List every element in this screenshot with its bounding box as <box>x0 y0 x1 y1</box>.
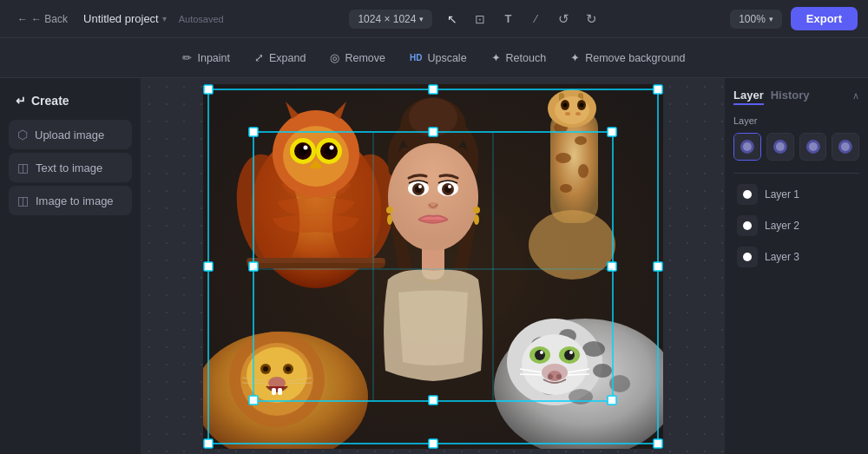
svg-rect-100 <box>204 439 213 448</box>
remove-label: Remove <box>345 52 385 64</box>
redo-button[interactable]: ↻ <box>578 6 604 32</box>
layer-item-2[interactable]: Layer 2 <box>733 210 859 241</box>
layer-1-label: Layer 1 <box>765 188 799 201</box>
inpaint-btn[interactable]: ✏ Inpaint <box>172 46 240 69</box>
remove-bg-label: Remove background <box>585 52 685 64</box>
svg-point-80 <box>569 389 593 405</box>
tab-layer[interactable]: Layer <box>733 87 764 105</box>
export-button[interactable]: Export <box>791 7 858 30</box>
svg-point-31 <box>329 145 333 149</box>
remove-bg-icon: ✦ <box>570 51 580 64</box>
svg-rect-113 <box>249 262 258 271</box>
svg-rect-108 <box>608 128 616 136</box>
inpaint-icon: ✏ <box>182 51 192 64</box>
svg-point-67 <box>386 207 393 214</box>
svg-point-47 <box>562 102 567 107</box>
expand-icon: ⤢ <box>254 51 264 64</box>
divider <box>733 173 859 174</box>
top-bar-right: 100% ▾ Export <box>730 7 858 30</box>
chevron-up-icon[interactable]: ∧ <box>852 90 859 102</box>
svg-rect-103 <box>429 439 437 448</box>
text-to-image-item[interactable]: ◫ Text to image <box>9 153 132 182</box>
svg-rect-12 <box>278 388 282 395</box>
back-label: ← Back <box>31 13 68 25</box>
svg-rect-114 <box>608 262 616 271</box>
svg-point-40 <box>560 184 572 193</box>
upscale-btn[interactable]: HD Upscale <box>399 47 477 69</box>
svg-point-37 <box>575 136 587 145</box>
svg-rect-109 <box>249 396 258 405</box>
retouch-btn[interactable]: ✦ Retouch <box>481 46 557 69</box>
canvas-area[interactable] <box>141 78 725 454</box>
left-panel: ↵ Create ⬡ Upload image ◫ Text to image … <box>0 78 141 454</box>
svg-point-65 <box>448 185 451 188</box>
upscale-label: Upscale <box>427 52 466 64</box>
thumb-3[interactable] <box>799 133 827 161</box>
remove-bg-btn[interactable]: ✦ Remove background <box>560 46 695 69</box>
svg-point-9 <box>263 366 268 372</box>
svg-point-30 <box>303 145 307 149</box>
svg-point-10 <box>286 366 291 372</box>
remove-icon: ◎ <box>330 51 339 64</box>
svg-line-96 <box>568 374 589 375</box>
svg-point-92 <box>569 351 573 354</box>
svg-point-123 <box>776 142 785 151</box>
tool-icons-group: ↖ ⊡ T ∕ ↺ ↻ <box>439 6 604 32</box>
thumb-1[interactable] <box>733 133 761 161</box>
retouch-label: Retouch <box>506 52 547 64</box>
svg-point-38 <box>556 153 571 163</box>
svg-rect-99 <box>654 85 662 94</box>
layer-item-1[interactable]: Layer 1 <box>733 179 859 210</box>
frame-tool[interactable]: ⊡ <box>467 6 493 32</box>
image-to-image-item[interactable]: ◫ Image to image <box>9 186 132 215</box>
layer-2-label: Layer 2 <box>765 220 799 232</box>
create-icon: ↵ <box>16 94 26 108</box>
project-title[interactable]: Untitled project ▾ <box>83 12 167 25</box>
svg-point-5 <box>247 347 307 403</box>
cursor-tool[interactable]: ↖ <box>439 6 465 32</box>
tab-history[interactable]: History <box>771 87 810 105</box>
svg-point-70 <box>474 214 479 225</box>
svg-rect-107 <box>249 128 258 136</box>
svg-rect-102 <box>429 85 437 94</box>
dimension-selector[interactable]: 1024 × 1024 ▾ <box>349 10 432 29</box>
autosaved-label: Autosaved <box>179 14 224 24</box>
text-tool[interactable]: T <box>495 6 521 32</box>
svg-rect-101 <box>654 439 662 448</box>
image-to-image-label: Image to image <box>36 194 114 207</box>
project-title-text: Untitled project <box>83 12 159 25</box>
upload-image-item[interactable]: ⬡ Upload image <box>9 120 132 149</box>
svg-point-91 <box>540 351 543 354</box>
layer-1-thumb <box>737 184 758 205</box>
svg-point-69 <box>473 207 480 214</box>
svg-point-48 <box>579 102 583 107</box>
layer-3-label: Layer 3 <box>765 251 799 263</box>
layer-2-thumb <box>737 215 758 236</box>
svg-line-94 <box>520 374 542 375</box>
pen-tool[interactable]: ∕ <box>523 6 549 32</box>
thumb-2[interactable] <box>766 133 794 161</box>
expand-btn[interactable]: ⤢ Expand <box>244 46 316 69</box>
layer-item-3[interactable]: Layer 3 <box>733 241 859 273</box>
upload-image-label: Upload image <box>35 128 104 141</box>
top-bar-center: 1024 × 1024 ▾ ↖ ⊡ T ∕ ↺ ↻ <box>233 6 721 32</box>
svg-point-57 <box>388 143 478 251</box>
svg-point-78 <box>593 364 612 378</box>
svg-rect-98 <box>204 85 213 94</box>
svg-point-85 <box>548 374 553 379</box>
thumb-4[interactable] <box>832 133 859 161</box>
remove-btn[interactable]: ◎ Remove <box>319 46 396 69</box>
zoom-selector[interactable]: 100% ▾ <box>730 10 782 29</box>
svg-point-44 <box>555 96 589 124</box>
svg-rect-104 <box>204 262 213 271</box>
svg-point-64 <box>418 185 422 188</box>
canvas-scene <box>203 84 663 449</box>
back-button[interactable]: ← ← Back <box>10 10 75 29</box>
undo-button[interactable]: ↺ <box>550 6 576 32</box>
canvas-container <box>203 84 663 449</box>
svg-point-75 <box>582 341 605 357</box>
text-image-icon: ◫ <box>17 161 29 174</box>
svg-point-50 <box>575 112 581 115</box>
svg-point-126 <box>808 142 817 151</box>
create-section-title: ↵ Create <box>9 89 132 116</box>
